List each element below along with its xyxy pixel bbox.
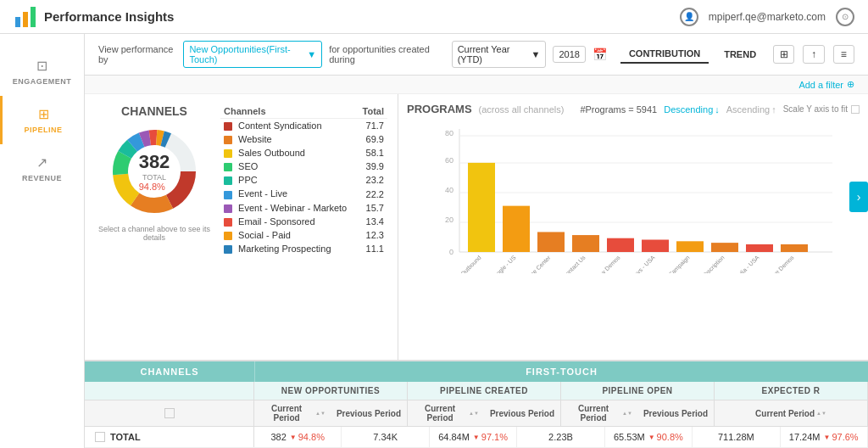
col-previous-period-2: Previous Period	[484, 400, 560, 426]
val-94.8: 94.8%	[290, 432, 325, 442]
channel-row[interactable]: SEO 39.9	[220, 160, 387, 173]
channels-data-table: Channels Total Content Syndication 71.7 …	[220, 104, 387, 255]
channel-row[interactable]: Marketing Prospecting 11.1	[220, 242, 387, 255]
val-97.6: 97.6%	[824, 432, 859, 442]
bar-rect[interactable]	[468, 163, 495, 252]
share-icon[interactable]: ↑	[803, 45, 824, 64]
bar-rect[interactable]	[676, 241, 704, 252]
next-button[interactable]: ›	[849, 182, 868, 212]
channel-row[interactable]: Sales Outbound 58.1	[220, 146, 387, 160]
bar-chart-container: 0 20 40 60 80 Sales OutboundSEO - Google…	[407, 120, 860, 273]
channel-name: Marketing Prospecting	[238, 244, 331, 254]
sort-arrows-1[interactable]: ▲▼	[315, 411, 326, 416]
scale-axis-option: Scale Y axis to fit	[783, 104, 860, 114]
col-pair-pipeline-created: Current Period ▲▼ Previous Period	[408, 400, 561, 426]
channel-name: SEO	[238, 161, 258, 171]
channel-row[interactable]: Event - Live 22.2	[220, 187, 387, 200]
programs-subtitle: (across all channels)	[479, 104, 565, 115]
sidebar-item-pipeline[interactable]: ⊞ PIPELINE	[0, 96, 84, 144]
bar-label: CS - Valasys - USA	[615, 255, 657, 273]
sidebar-item-engagement[interactable]: ⊡ ENGAGEMENT	[0, 48, 84, 96]
bar-rect[interactable]	[572, 235, 599, 252]
channel-row[interactable]: Social - Paid 12.3	[220, 228, 387, 242]
select-all-checkbox[interactable]	[164, 408, 175, 418]
donut-hint: Select a channel above to see its detail…	[95, 225, 214, 242]
val-64.84M: 64.84M	[438, 432, 470, 442]
ascending-sort-btn[interactable]: Ascending ↑	[726, 104, 776, 115]
sort-arrows-2[interactable]: ▲▼	[469, 411, 479, 416]
table-total-row: TOTAL 382 94.8% 7.34K 64.84M 97.1% 2.23B	[85, 427, 868, 448]
scale-checkbox[interactable]	[851, 105, 860, 114]
col-pair-new-opp-current: Current Period ▲▼ Previous Period	[254, 400, 408, 426]
programs-count: #Programs = 5941	[580, 104, 657, 115]
bar-rect[interactable]	[607, 238, 634, 252]
dropdown-arrow-icon: ▼	[307, 49, 316, 59]
channel-row[interactable]: Email - Sponsored 13.4	[220, 215, 387, 228]
sidebar-item-revenue[interactable]: ↗ REVENUE	[0, 144, 84, 193]
grid-view-icon[interactable]: ⊞	[773, 45, 794, 64]
total-row-checkbox[interactable]	[95, 432, 105, 442]
user-email: mpiperf.qe@marketo.com	[709, 11, 826, 23]
add-filter-label: Add a filter	[798, 80, 843, 90]
channel-value: 69.9	[358, 132, 387, 146]
channel-value: 13.4	[358, 215, 387, 228]
svg-text:0: 0	[449, 248, 453, 256]
channel-color-swatch	[224, 136, 232, 144]
tab-contribution[interactable]: CONTRIBUTION	[620, 45, 709, 64]
channel-value: 39.9	[358, 160, 387, 173]
total-row-label: TOTAL	[85, 427, 254, 447]
val-97.1: 97.1%	[473, 432, 508, 442]
calendar-icon[interactable]: 📅	[593, 48, 607, 61]
sort-asc-icon: ↑	[771, 104, 776, 115]
channel-name: Email - Sponsored	[238, 216, 315, 227]
total-open-current: 65.53M 90.8%	[605, 427, 693, 447]
channel-value: 71.7	[358, 119, 387, 133]
performance-select[interactable]: New Opportunities(First-Touch) ▼	[183, 41, 322, 68]
pipeline-icon: ⊞	[38, 106, 49, 122]
bar-rect[interactable]	[537, 232, 565, 252]
bar-rect[interactable]	[642, 240, 669, 253]
settings-icon[interactable]: ≡	[833, 45, 854, 64]
col-current-period-4: Current Period ▲▼	[715, 400, 867, 426]
bar-rect[interactable]	[781, 244, 808, 252]
year-select[interactable]: 2018	[553, 46, 585, 63]
descending-sort-btn[interactable]: Descending ↓	[664, 104, 720, 115]
tab-trend[interactable]: TREND	[715, 46, 765, 63]
sort-arrows-4[interactable]: ▲▼	[816, 411, 826, 416]
col-label-current-1: Current Period	[259, 404, 314, 423]
sub-group-pipeline-open: PIPELINE OPEN	[561, 382, 715, 400]
channel-row[interactable]: Website 69.9	[220, 132, 387, 146]
svg-rect-0	[15, 17, 20, 27]
programs-panel: PROGRAMS (across all channels) #Programs…	[398, 94, 868, 360]
bar-rect[interactable]	[711, 243, 738, 252]
add-filter-button[interactable]: Add a filter ⊕	[798, 79, 854, 90]
donut-pct: 94.8%	[139, 182, 170, 192]
val-65.53M: 65.53M	[614, 432, 645, 442]
val-90.8: 90.8%	[648, 432, 683, 442]
col-current-period-3: Current Period ▲▼	[561, 400, 637, 426]
col-current-period-1: Current Period ▲▼	[254, 400, 331, 426]
channel-row[interactable]: Content Syndication 71.7	[220, 119, 387, 133]
svg-text:40: 40	[445, 186, 453, 194]
bar-label: SEO - Google - US	[477, 255, 518, 273]
content-area: View performance by New Opportunities(Fi…	[85, 34, 868, 448]
col-label-previous-3: Previous Period	[643, 409, 708, 418]
bar-rect[interactable]	[503, 206, 530, 252]
total-pipeline-prev: 2.23B	[517, 427, 604, 447]
channel-row[interactable]: PPC 23.2	[220, 173, 387, 187]
period-select[interactable]: Current Year (YTD) ▼	[452, 41, 547, 68]
sidebar: ⊡ ENGAGEMENT ⊞ PIPELINE ↗ REVENUE	[0, 34, 85, 448]
bar-rect[interactable]	[746, 244, 773, 252]
channel-name: Content Syndication	[238, 120, 321, 131]
channel-value: 15.7	[358, 201, 387, 215]
channel-color-swatch	[224, 163, 232, 171]
sort-arrows-3[interactable]: ▲▼	[622, 411, 632, 416]
svg-text:20: 20	[445, 216, 453, 224]
col-previous-period-1: Previous Period	[331, 400, 407, 426]
revenue-icon: ↗	[36, 154, 47, 171]
channel-name: Event - Live	[238, 188, 287, 199]
svg-text:80: 80	[445, 129, 453, 137]
sub-toolbar: Add a filter ⊕	[85, 76, 868, 94]
channel-row[interactable]: Event - Webinar - Marketo 15.7	[220, 201, 387, 215]
sidebar-label-engagement: ENGAGEMENT	[13, 77, 72, 86]
